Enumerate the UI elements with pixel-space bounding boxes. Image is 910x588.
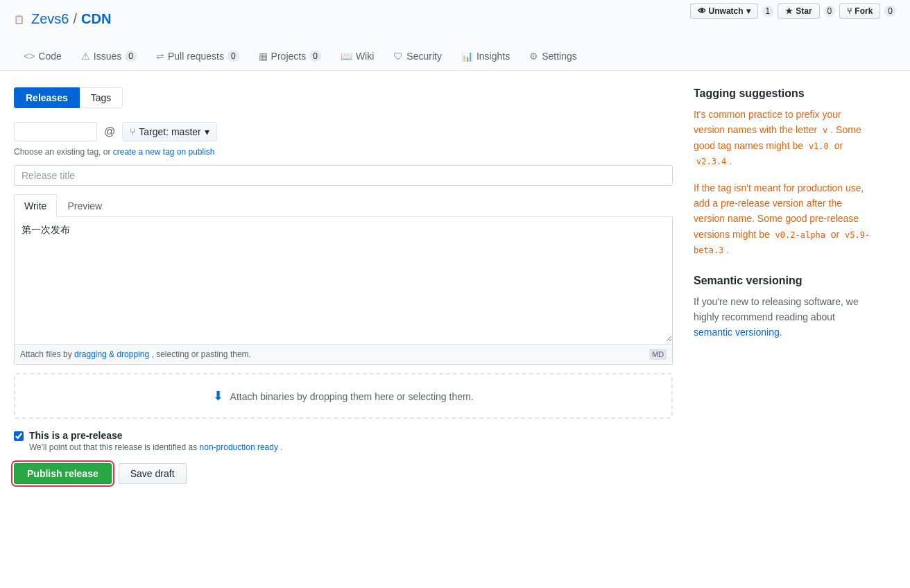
security-icon: 🛡 bbox=[393, 51, 403, 62]
star-count: 0 bbox=[824, 6, 836, 17]
chevron-down-icon: ▾ bbox=[205, 126, 209, 137]
publish-release-button[interactable]: Publish release bbox=[14, 463, 112, 484]
nav-item-pull-requests[interactable]: ⇌ Pull requests 0 bbox=[146, 44, 249, 70]
markdown-icon: MD bbox=[649, 349, 667, 360]
prerelease-desc-prefix: We'll point out that this release is ide… bbox=[29, 442, 200, 452]
attach-binaries-text: Attach binaries by dropping them here or… bbox=[230, 391, 474, 402]
repo-owner-link[interactable]: Zevs6 bbox=[31, 11, 69, 27]
repo-slash: / bbox=[73, 11, 77, 27]
tag-hint: Choose an existing tag, or create a new … bbox=[14, 147, 673, 157]
attach-binaries-area[interactable]: ⬇ Attach binaries by dropping them here … bbox=[14, 373, 673, 419]
main-content: Releases Tags 1.0 @ ⑂ Target: master ▾ C… bbox=[14, 87, 673, 484]
star-label: Star bbox=[796, 6, 812, 16]
tag-hint-prefix: Choose an existing tag, or bbox=[14, 147, 110, 157]
issues-icon: ⚠ bbox=[81, 51, 90, 62]
prerelease-info: This is a pre-release We'll point out th… bbox=[29, 430, 283, 452]
nav-item-settings[interactable]: ⚙ Settings bbox=[520, 44, 587, 70]
sidebar: Tagging suggestions It's common practice… bbox=[694, 87, 874, 484]
create-tag-link[interactable]: create a new tag on publish bbox=[113, 147, 215, 157]
fork-label: Fork bbox=[855, 6, 873, 16]
editor-container: Attach files by dragging & dropping , se… bbox=[14, 217, 673, 365]
unwatch-label: Unwatch bbox=[709, 6, 744, 16]
download-arrow-icon: ⬇ bbox=[213, 389, 223, 403]
prerelease-row: This is a pre-release We'll point out th… bbox=[14, 430, 673, 452]
write-tab[interactable]: Write bbox=[14, 194, 57, 217]
nav-item-issues[interactable]: ⚠ Issues 0 bbox=[71, 44, 146, 70]
release-title-input[interactable] bbox=[14, 165, 673, 186]
unwatch-count: 1 bbox=[762, 6, 774, 17]
semantic-para: If you're new to releasing software, we … bbox=[694, 294, 874, 340]
tagging-para2-highlight: If the tag isn't meant for production us… bbox=[694, 182, 870, 256]
insights-icon: 📊 bbox=[461, 51, 473, 62]
save-draft-button[interactable]: Save draft bbox=[119, 463, 187, 484]
semantic-versioning-section: Semantic versioning If you're new to rel… bbox=[694, 275, 874, 340]
prerelease-desc: We'll point out that this release is ide… bbox=[29, 442, 283, 452]
attach-hint-middle: , selecting or pasting them. bbox=[151, 349, 250, 359]
unwatch-button[interactable]: 👁 Unwatch ▾ bbox=[690, 3, 758, 19]
semantic-versioning-title: Semantic versioning bbox=[694, 275, 874, 287]
repo-title: 📋 Zevs6 / CDN bbox=[14, 11, 111, 27]
nav-item-projects[interactable]: ▦ Projects 0 bbox=[249, 44, 331, 70]
tagging-para1: It's common practice to prefix your vers… bbox=[694, 107, 874, 169]
releases-tabs: Releases Tags bbox=[14, 87, 673, 108]
attach-hint-prefix: Attach files by bbox=[20, 349, 74, 359]
repo-nav: <> Code ⚠ Issues 0 ⇌ Pull requests 0 ▦ P… bbox=[14, 44, 896, 70]
non-production-link[interactable]: non-production ready bbox=[200, 442, 278, 452]
nav-item-security[interactable]: 🛡 Security bbox=[384, 44, 452, 70]
attach-dragging-link[interactable]: dragging & dropping bbox=[74, 349, 149, 359]
tag-input[interactable]: 1.0 bbox=[14, 122, 97, 141]
action-row: Publish release Save draft bbox=[14, 463, 673, 484]
preview-tab[interactable]: Preview bbox=[57, 194, 112, 217]
issues-count: 0 bbox=[125, 51, 137, 62]
prerelease-desc-suffix: . bbox=[280, 442, 282, 452]
pr-count: 0 bbox=[228, 51, 239, 62]
star-icon: ★ bbox=[785, 6, 793, 16]
tagging-suggestions-title: Tagging suggestions bbox=[694, 87, 874, 100]
tags-tab[interactable]: Tags bbox=[80, 87, 123, 108]
nav-item-insights[interactable]: 📊 Insights bbox=[452, 44, 520, 70]
release-body-textarea[interactable] bbox=[15, 217, 672, 342]
editor-footer: Attach files by dragging & dropping , se… bbox=[15, 344, 672, 364]
editor-tabs: Write Preview bbox=[14, 194, 673, 217]
prerelease-checkbox[interactable] bbox=[14, 431, 24, 441]
branch-icon: ⑂ bbox=[130, 126, 135, 137]
target-label: Target: master bbox=[139, 126, 200, 137]
fork-button[interactable]: ⑂ Fork bbox=[839, 3, 880, 19]
wiki-icon: 📖 bbox=[341, 51, 352, 62]
at-symbol: @ bbox=[104, 126, 115, 138]
star-button[interactable]: ★ Star bbox=[778, 3, 819, 19]
semantic-versioning-link[interactable]: semantic versioning bbox=[694, 327, 780, 338]
tagging-para1-highlight: It's common practice to prefix your vers… bbox=[694, 109, 861, 166]
nav-item-code[interactable]: <> Code bbox=[14, 44, 71, 70]
attach-hint: Attach files by dragging & dropping , se… bbox=[20, 349, 251, 359]
tagging-suggestions-section: Tagging suggestions It's common practice… bbox=[694, 87, 874, 258]
settings-icon: ⚙ bbox=[529, 51, 538, 62]
prerelease-label: This is a pre-release bbox=[29, 430, 283, 441]
tag-row: 1.0 @ ⑂ Target: master ▾ bbox=[14, 122, 673, 141]
releases-tab[interactable]: Releases bbox=[14, 87, 80, 108]
repo-name-link[interactable]: CDN bbox=[81, 11, 111, 27]
nav-item-wiki[interactable]: 📖 Wiki bbox=[331, 44, 384, 70]
projects-icon: ▦ bbox=[259, 51, 268, 62]
eye-icon: 👁 bbox=[698, 6, 706, 16]
repo-actions: 👁 Unwatch ▾ 1 ★ Star 0 ⑂ Fork 0 bbox=[690, 3, 896, 19]
pr-icon: ⇌ bbox=[156, 51, 164, 62]
projects-count: 0 bbox=[309, 51, 321, 62]
unwatch-chevron-icon: ▾ bbox=[746, 6, 750, 16]
fork-icon: ⑂ bbox=[847, 6, 852, 16]
fork-count: 0 bbox=[884, 6, 896, 17]
tagging-para2: If the tag isn't meant for production us… bbox=[694, 180, 874, 258]
code-icon: <> bbox=[24, 51, 35, 62]
target-branch-button[interactable]: ⑂ Target: master ▾ bbox=[122, 122, 216, 141]
repo-icon: 📋 bbox=[14, 15, 24, 24]
